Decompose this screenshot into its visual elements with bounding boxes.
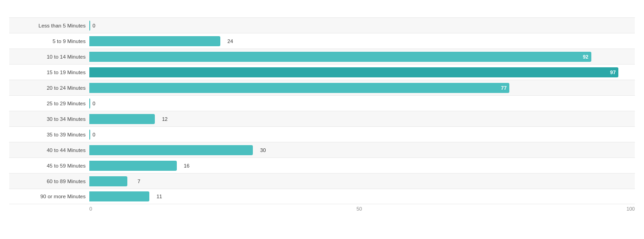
bar-value-9: 16 — [184, 163, 189, 168]
bar-value-10: 7 — [137, 179, 140, 184]
bar-container-3: 97 — [89, 65, 635, 80]
bar-row-3: 15 to 19 Minutes97 — [9, 64, 635, 80]
bar-8: 30 — [89, 145, 253, 155]
bar-container-5: 0 — [89, 96, 635, 111]
bar-11: 11 — [89, 191, 149, 201]
bar-row-0: Less than 5 Minutes0 — [9, 17, 635, 33]
bar-row-8: 40 to 44 Minutes30 — [9, 142, 635, 158]
bar-label-4: 20 to 24 Minutes — [9, 85, 89, 91]
bar-9: 16 — [89, 161, 177, 171]
x-axis-labels: 050100 — [89, 206, 635, 212]
bar-10: 7 — [89, 176, 127, 186]
bar-container-11: 11 — [89, 189, 635, 204]
bar-label-10: 60 to 89 Minutes — [9, 179, 89, 184]
bar-value-8: 30 — [260, 147, 266, 153]
bar-label-8: 40 to 44 Minutes — [9, 147, 89, 153]
bar-row-4: 20 to 24 Minutes77 — [9, 80, 635, 95]
x-axis: 050100 — [89, 206, 635, 212]
bar-label-6: 30 to 34 Minutes — [9, 116, 89, 122]
bar-7 — [89, 130, 90, 140]
x-label-0: 0 — [89, 206, 92, 212]
bar-row-9: 45 to 59 Minutes16 — [9, 158, 635, 173]
bar-value-5: 0 — [93, 101, 95, 106]
bar-1: 24 — [89, 36, 220, 46]
bar-container-0: 0 — [89, 18, 635, 33]
bar-container-8: 30 — [89, 142, 635, 158]
bar-label-11: 90 or more Minutes — [9, 194, 89, 199]
bar-value-7: 0 — [93, 132, 95, 137]
bar-container-6: 12 — [89, 111, 635, 126]
bar-6: 12 — [89, 114, 155, 124]
bar-value-4: 77 — [501, 85, 507, 91]
bar-value-6: 12 — [162, 116, 168, 122]
bar-0 — [89, 21, 90, 31]
bar-label-5: 25 to 29 Minutes — [9, 101, 89, 106]
chart-area: Less than 5 Minutes05 to 9 Minutes2410 t… — [9, 17, 635, 212]
bar-container-2: 92 — [89, 49, 635, 64]
bar-row-6: 30 to 34 Minutes12 — [9, 111, 635, 126]
bar-value-2: 92 — [583, 54, 588, 60]
bar-value-11: 11 — [157, 194, 162, 199]
bar-row-7: 35 to 39 Minutes0 — [9, 126, 635, 142]
bar-4: 77 — [89, 83, 509, 93]
bar-container-1: 24 — [89, 33, 635, 49]
bar-label-3: 15 to 19 Minutes — [9, 70, 89, 75]
bar-5 — [89, 98, 90, 109]
bar-row-2: 10 to 14 Minutes92 — [9, 49, 635, 64]
bar-container-7: 0 — [89, 127, 635, 142]
bar-row-1: 5 to 9 Minutes24 — [9, 33, 635, 49]
x-label-1: 50 — [356, 206, 362, 212]
bar-container-9: 16 — [89, 158, 635, 173]
bar-value-1: 24 — [228, 38, 233, 44]
bar-value-0: 0 — [93, 23, 95, 28]
bar-label-7: 35 to 39 Minutes — [9, 132, 89, 137]
x-label-2: 100 — [627, 206, 635, 212]
bar-container-4: 77 — [89, 80, 635, 95]
bar-value-3: 97 — [610, 70, 616, 75]
bar-2: 92 — [89, 52, 591, 62]
bar-label-1: 5 to 9 Minutes — [9, 38, 89, 44]
bar-label-2: 10 to 14 Minutes — [9, 54, 89, 60]
bar-3: 97 — [89, 67, 618, 77]
bar-row-5: 25 to 29 Minutes0 — [9, 95, 635, 111]
bar-label-0: Less than 5 Minutes — [9, 23, 89, 28]
bar-row-11: 90 or more Minutes11 — [9, 189, 635, 204]
bar-container-10: 7 — [89, 174, 635, 189]
bar-label-9: 45 to 59 Minutes — [9, 163, 89, 168]
bar-row-10: 60 to 89 Minutes7 — [9, 173, 635, 189]
